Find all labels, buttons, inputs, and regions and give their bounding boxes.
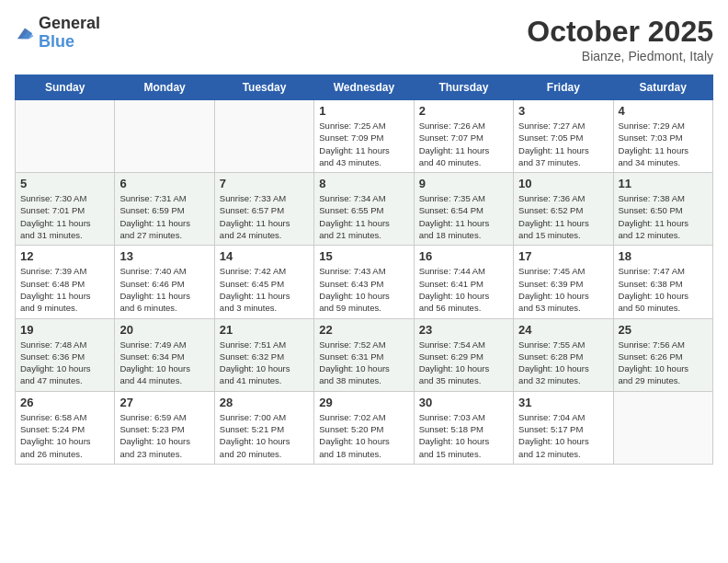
day-cell: 19Sunrise: 7:48 AM Sunset: 6:36 PM Dayli… — [16, 318, 115, 391]
day-number: 12 — [20, 249, 109, 263]
calendar: SundayMondayTuesdayWednesdayThursdayFrid… — [15, 75, 713, 465]
day-number: 8 — [319, 177, 408, 190]
day-cell: 8Sunrise: 7:34 AM Sunset: 6:55 PM Daylig… — [314, 173, 414, 246]
location: Bianze, Piedmont, Italy — [527, 49, 713, 63]
day-info: Sunrise: 7:02 AM Sunset: 5:20 PM Dayligh… — [319, 411, 408, 460]
day-number: 7 — [220, 177, 309, 190]
day-cell: 20Sunrise: 7:49 AM Sunset: 6:34 PM Dayli… — [115, 318, 214, 391]
day-cell: 14Sunrise: 7:42 AM Sunset: 6:45 PM Dayli… — [214, 246, 313, 318]
week-row-5: 26Sunrise: 6:58 AM Sunset: 5:24 PM Dayli… — [16, 391, 713, 464]
day-info: Sunrise: 7:54 AM Sunset: 6:29 PM Dayligh… — [419, 339, 508, 387]
day-cell: 27Sunrise: 6:59 AM Sunset: 5:23 PM Dayli… — [115, 391, 214, 464]
day-number: 5 — [20, 177, 109, 190]
day-info: Sunrise: 7:31 AM Sunset: 6:59 PM Dayligh… — [119, 192, 209, 241]
logo-line2: Blue — [39, 33, 100, 52]
day-cell: 25Sunrise: 7:56 AM Sunset: 6:26 PM Dayli… — [613, 318, 712, 391]
day-number: 31 — [518, 396, 608, 409]
day-number: 24 — [518, 323, 608, 337]
day-cell: 28Sunrise: 7:00 AM Sunset: 5:21 PM Dayli… — [214, 391, 313, 464]
day-cell: 9Sunrise: 7:35 AM Sunset: 6:54 PM Daylig… — [414, 173, 513, 246]
weekday-header-row: SundayMondayTuesdayWednesdayThursdayFrid… — [16, 75, 713, 100]
day-cell: 7Sunrise: 7:33 AM Sunset: 6:57 PM Daylig… — [214, 173, 313, 246]
week-row-2: 5Sunrise: 7:30 AM Sunset: 7:01 PM Daylig… — [16, 173, 713, 246]
day-cell: 4Sunrise: 7:29 AM Sunset: 7:03 PM Daylig… — [613, 100, 712, 173]
day-number: 30 — [419, 396, 508, 409]
day-info: Sunrise: 7:25 AM Sunset: 7:09 PM Dayligh… — [319, 120, 408, 168]
day-number: 10 — [518, 177, 608, 190]
day-cell: 18Sunrise: 7:47 AM Sunset: 6:38 PM Dayli… — [613, 246, 712, 318]
day-info: Sunrise: 7:33 AM Sunset: 6:57 PM Dayligh… — [220, 192, 309, 241]
weekday-header-saturday: Saturday — [613, 75, 712, 100]
day-number: 4 — [619, 104, 708, 118]
day-cell — [214, 100, 313, 173]
day-info: Sunrise: 7:47 AM Sunset: 6:38 PM Dayligh… — [619, 265, 708, 314]
day-cell: 29Sunrise: 7:02 AM Sunset: 5:20 PM Dayli… — [314, 391, 414, 464]
day-info: Sunrise: 7:27 AM Sunset: 7:05 PM Dayligh… — [518, 120, 608, 168]
title-block: October 2025 Bianze, Piedmont, Italy — [527, 15, 713, 63]
day-cell: 12Sunrise: 7:39 AM Sunset: 6:48 PM Dayli… — [16, 246, 115, 318]
day-number: 19 — [20, 323, 109, 337]
day-info: Sunrise: 7:56 AM Sunset: 6:26 PM Dayligh… — [619, 339, 708, 387]
day-info: Sunrise: 7:26 AM Sunset: 7:07 PM Dayligh… — [419, 120, 508, 168]
day-number: 9 — [419, 177, 508, 190]
weekday-header-friday: Friday — [514, 75, 613, 100]
day-info: Sunrise: 7:36 AM Sunset: 6:52 PM Dayligh… — [518, 192, 608, 241]
day-number: 3 — [518, 104, 608, 118]
day-cell: 2Sunrise: 7:26 AM Sunset: 7:07 PM Daylig… — [414, 100, 513, 173]
day-cell: 3Sunrise: 7:27 AM Sunset: 7:05 PM Daylig… — [514, 100, 613, 173]
week-row-4: 19Sunrise: 7:48 AM Sunset: 6:36 PM Dayli… — [16, 318, 713, 391]
logo-text: General Blue — [39, 15, 100, 52]
day-info: Sunrise: 7:39 AM Sunset: 6:48 PM Dayligh… — [20, 265, 109, 314]
day-number: 11 — [619, 177, 708, 190]
day-info: Sunrise: 7:52 AM Sunset: 6:31 PM Dayligh… — [319, 339, 408, 387]
day-info: Sunrise: 7:04 AM Sunset: 5:17 PM Dayligh… — [518, 411, 608, 460]
day-number: 20 — [119, 323, 209, 337]
day-info: Sunrise: 7:42 AM Sunset: 6:45 PM Dayligh… — [220, 265, 309, 314]
weekday-header-monday: Monday — [115, 75, 214, 100]
day-info: Sunrise: 7:43 AM Sunset: 6:43 PM Dayligh… — [319, 265, 408, 314]
day-number: 29 — [319, 396, 408, 409]
day-number: 2 — [419, 104, 508, 118]
day-info: Sunrise: 7:44 AM Sunset: 6:41 PM Dayligh… — [419, 265, 508, 314]
day-info: Sunrise: 6:58 AM Sunset: 5:24 PM Dayligh… — [20, 411, 109, 460]
day-info: Sunrise: 7:48 AM Sunset: 6:36 PM Dayligh… — [20, 339, 109, 387]
day-info: Sunrise: 7:51 AM Sunset: 6:32 PM Dayligh… — [220, 339, 309, 387]
page-header: General Blue October 2025 Bianze, Piedmo… — [15, 15, 713, 63]
day-cell: 16Sunrise: 7:44 AM Sunset: 6:41 PM Dayli… — [414, 246, 513, 318]
day-number: 1 — [319, 104, 408, 118]
weekday-header-tuesday: Tuesday — [214, 75, 313, 100]
day-cell: 5Sunrise: 7:30 AM Sunset: 7:01 PM Daylig… — [16, 173, 115, 246]
day-info: Sunrise: 7:49 AM Sunset: 6:34 PM Dayligh… — [119, 339, 209, 387]
day-info: Sunrise: 7:40 AM Sunset: 6:46 PM Dayligh… — [119, 265, 209, 314]
day-info: Sunrise: 7:55 AM Sunset: 6:28 PM Dayligh… — [518, 339, 608, 387]
day-info: Sunrise: 7:34 AM Sunset: 6:55 PM Dayligh… — [319, 192, 408, 241]
day-info: Sunrise: 7:38 AM Sunset: 6:50 PM Dayligh… — [619, 192, 708, 241]
day-cell: 6Sunrise: 7:31 AM Sunset: 6:59 PM Daylig… — [115, 173, 214, 246]
day-number: 14 — [220, 249, 309, 263]
logo-icon — [15, 24, 35, 44]
day-cell: 22Sunrise: 7:52 AM Sunset: 6:31 PM Dayli… — [314, 318, 414, 391]
day-cell: 1Sunrise: 7:25 AM Sunset: 7:09 PM Daylig… — [314, 100, 414, 173]
day-info: Sunrise: 7:35 AM Sunset: 6:54 PM Dayligh… — [419, 192, 508, 241]
day-number: 6 — [119, 177, 209, 190]
day-cell: 11Sunrise: 7:38 AM Sunset: 6:50 PM Dayli… — [613, 173, 712, 246]
day-number: 22 — [319, 323, 408, 337]
day-cell — [16, 100, 115, 173]
day-number: 28 — [220, 396, 309, 409]
weekday-header-sunday: Sunday — [16, 75, 115, 100]
week-row-3: 12Sunrise: 7:39 AM Sunset: 6:48 PM Dayli… — [16, 246, 713, 318]
logo: General Blue — [15, 15, 100, 52]
weekday-header-thursday: Thursday — [414, 75, 513, 100]
day-cell: 30Sunrise: 7:03 AM Sunset: 5:18 PM Dayli… — [414, 391, 513, 464]
day-number: 21 — [220, 323, 309, 337]
day-number: 25 — [619, 323, 708, 337]
day-cell: 21Sunrise: 7:51 AM Sunset: 6:32 PM Dayli… — [214, 318, 313, 391]
day-number: 26 — [20, 396, 109, 409]
day-number: 27 — [119, 396, 209, 409]
day-info: Sunrise: 7:00 AM Sunset: 5:21 PM Dayligh… — [220, 411, 309, 460]
day-number: 17 — [518, 249, 608, 263]
day-info: Sunrise: 7:45 AM Sunset: 6:39 PM Dayligh… — [518, 265, 608, 314]
weekday-header-wednesday: Wednesday — [314, 75, 414, 100]
day-cell: 10Sunrise: 7:36 AM Sunset: 6:52 PM Dayli… — [514, 173, 613, 246]
day-cell: 23Sunrise: 7:54 AM Sunset: 6:29 PM Dayli… — [414, 318, 513, 391]
